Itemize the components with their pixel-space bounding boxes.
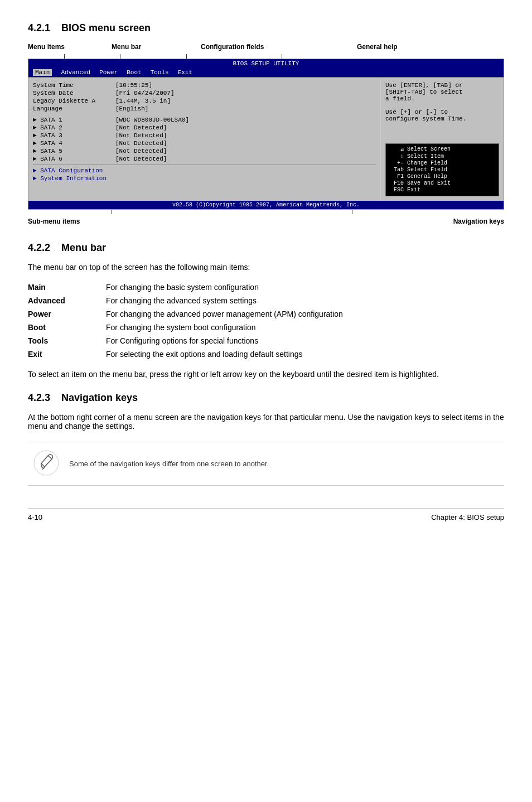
bios-right-panel: Use [ENTER], [TAB] or [SHIFT-TAB] to sel… <box>381 78 504 201</box>
section-421-number: 4.2.1 <box>28 22 50 34</box>
nav-key-save-exit: F10 Save and Exit <box>388 180 496 186</box>
connector-lines-bottom <box>112 210 504 214</box>
nav-key-general-help: F1 General Help <box>388 173 496 180</box>
bios-field-sata1: ► SATA 1 [WDC WD800JD-00LSA0] <box>33 117 376 123</box>
bios-menu-advanced[interactable]: Advanced <box>61 69 90 76</box>
bios-field-sata4: ► SATA 4 [Not Detected] <box>33 140 376 147</box>
bios-menu-power[interactable]: Power <box>99 69 118 76</box>
bios-field-sata3: ► SATA 3 [Not Detected] <box>33 132 376 139</box>
section-423-number: 4.2.3 <box>28 392 50 404</box>
pencil-icon <box>32 449 60 477</box>
bios-diagram: Menu items Menu bar Configuration fields… <box>28 43 504 225</box>
bios-title: BIOS SETUP UTILITY <box>233 60 299 67</box>
menu-item-desc-power: For changing the advanced power manageme… <box>106 307 504 321</box>
svg-point-0 <box>34 451 59 475</box>
diagram-top-labels: Menu items Menu bar Configuration fields… <box>28 43 504 51</box>
section-422-nav-text: To select an item on the menu bar, press… <box>28 370 504 379</box>
label-general-help: General help <box>357 43 398 51</box>
bios-left-panel: System Time [10:55:25] System Date [Fri … <box>28 78 381 201</box>
bios-field-system-time: System Time [10:55:25] <box>33 82 376 89</box>
table-row: Advanced For changing the advanced syste… <box>28 294 504 307</box>
bios-submenu-system-info[interactable]: ► System Information <box>33 175 376 182</box>
menu-item-name-tools: Tools <box>28 334 106 347</box>
menu-item-desc-boot: For changing the system boot configurati… <box>106 321 504 334</box>
connector-lines-top <box>56 54 504 59</box>
bios-submenu-sata-config[interactable]: ► SATA Coniguration <box>33 167 376 174</box>
table-row: Exit For selecting the exit options and … <box>28 347 504 361</box>
bios-content-area: System Time [10:55:25] System Date [Fri … <box>28 77 504 201</box>
menu-item-name-boot: Boot <box>28 321 106 334</box>
note-box: Some of the navigation keys differ from … <box>28 442 504 486</box>
note-icon <box>32 449 60 479</box>
bios-field-sata5: ► SATA 5 [Not Detected] <box>33 148 376 154</box>
bios-field-language: Language [English] <box>33 105 376 112</box>
table-row: Tools For Configuring options for specia… <box>28 334 504 347</box>
bios-footer-text: v02.58 (C)Copyright 1985-2007, American … <box>172 202 360 208</box>
section-422-title: 4.2.2 Menu bar <box>28 242 504 254</box>
bios-field-diskette: Legacy Diskette A [1.44M, 3.5 in] <box>33 98 376 104</box>
section-423-title: 4.2.3 Navigation keys <box>28 392 504 404</box>
bios-menu-boot[interactable]: Boot <box>127 69 141 76</box>
section-422: 4.2.2 Menu bar The menu bar on top of th… <box>28 242 504 379</box>
menu-item-desc-exit: For selecting the exit options and loadi… <box>106 347 504 361</box>
note-text: Some of the navigation keys differ from … <box>69 460 269 468</box>
nav-key-select-screen: ⇄ Select Screen <box>388 146 496 153</box>
label-config-fields: Configuration fields <box>201 43 312 51</box>
page-number: 4-10 <box>28 513 42 521</box>
menu-item-desc-advanced: For changing the advanced system setting… <box>106 294 504 307</box>
bios-menu-main[interactable]: Main <box>33 69 52 76</box>
bios-nav-keys-box: ⇄ Select Screen ↕ Select Item +- Change … <box>385 143 499 196</box>
nav-key-esc-exit: ESC Exit <box>388 187 496 193</box>
bios-field-sata6: ► SATA 6 [Not Detected] <box>33 156 376 162</box>
section-423-heading: Navigation keys <box>61 392 138 404</box>
section-421-heading: BIOS menu screen <box>61 22 151 34</box>
nav-key-select-item: ↕ Select Item <box>388 153 496 160</box>
section-422-number: 4.2.2 <box>28 242 50 254</box>
diagram-bottom-labels: Sub-menu items Navigation keys <box>28 218 504 225</box>
menu-item-name-power: Power <box>28 307 106 321</box>
label-menu-bar: Menu bar <box>112 43 178 51</box>
menu-item-desc-tools: For Configuring options for special func… <box>106 334 504 347</box>
section-421-title: 4.2.1 BIOS menu screen <box>28 22 504 34</box>
bios-menu-bar: Main Advanced Power Boot Tools Exit <box>28 68 504 77</box>
section-422-intro: The menu bar on top of the screen has th… <box>28 263 504 272</box>
menu-items-table: Main For changing the basic system confi… <box>28 281 504 361</box>
section-423-text: At the bottom right corner of a menu scr… <box>28 413 504 431</box>
nav-key-change-field: +- Change Field <box>388 160 496 166</box>
menu-item-name-main: Main <box>28 281 106 294</box>
section-423: 4.2.3 Navigation keys At the bottom righ… <box>28 392 504 486</box>
bios-menu-exit[interactable]: Exit <box>178 69 192 76</box>
table-row: Main For changing the basic system confi… <box>28 281 504 294</box>
bios-footer: v02.58 (C)Copyright 1985-2007, American … <box>28 201 504 209</box>
bios-menu-tools[interactable]: Tools <box>151 69 169 76</box>
label-nav-keys: Navigation keys <box>453 218 504 225</box>
menu-item-name-advanced: Advanced <box>28 294 106 307</box>
table-row: Power For changing the advanced power ma… <box>28 307 504 321</box>
bios-field-system-date: System Date [Fri 04/24/2007] <box>33 90 376 96</box>
bios-title-bar: BIOS SETUP UTILITY <box>28 59 504 68</box>
menu-item-desc-main: For changing the basic system configurat… <box>106 281 504 294</box>
bios-help-text: Use [ENTER], [TAB] or [SHIFT-TAB] to sel… <box>385 82 499 122</box>
bios-screen: BIOS SETUP UTILITY Main Advanced Power B… <box>28 59 504 210</box>
table-row: Boot For changing the system boot config… <box>28 321 504 334</box>
label-menu-items: Menu items <box>28 43 95 51</box>
section-422-heading: Menu bar <box>61 242 106 254</box>
page-footer: 4-10 Chapter 4: BIOS setup <box>28 508 504 521</box>
bios-field-sata2: ► SATA 2 [Not Detected] <box>33 124 376 131</box>
label-sub-menu: Sub-menu items <box>28 218 80 225</box>
chapter-label: Chapter 4: BIOS setup <box>431 513 504 521</box>
menu-item-name-exit: Exit <box>28 347 106 361</box>
nav-key-select-field: Tab Select Field <box>388 167 496 173</box>
